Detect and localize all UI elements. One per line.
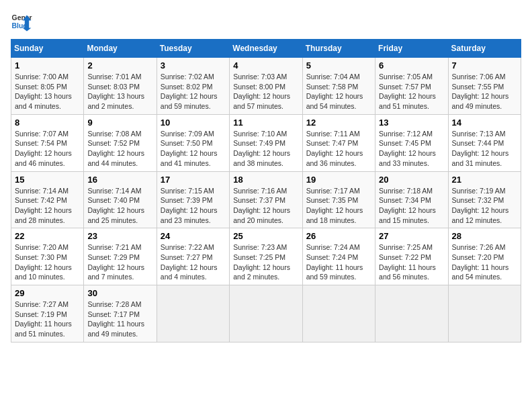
day-info: Sunrise: 7:03 AMSunset: 8:00 PMDaylight:… — [233, 72, 298, 111]
day-cell: 12Sunrise: 7:11 AMSunset: 7:47 PMDayligh… — [302, 114, 375, 171]
day-cell: 14Sunrise: 7:13 AMSunset: 7:44 PMDayligh… — [448, 114, 521, 171]
day-number: 28 — [452, 231, 517, 241]
day-cell: 4Sunrise: 7:03 AMSunset: 8:00 PMDaylight… — [230, 58, 302, 115]
day-cell: 15Sunrise: 7:14 AMSunset: 7:42 PMDayligh… — [11, 171, 84, 228]
day-info: Sunrise: 7:15 AMSunset: 7:39 PMDaylight:… — [161, 186, 226, 226]
weekday-header-saturday: Saturday — [448, 40, 521, 58]
day-cell: 22Sunrise: 7:20 AMSunset: 7:30 PMDayligh… — [11, 228, 84, 285]
day-number: 8 — [15, 118, 80, 128]
day-cell: 20Sunrise: 7:18 AMSunset: 7:34 PMDayligh… — [375, 171, 448, 228]
day-info: Sunrise: 7:20 AMSunset: 7:30 PMDaylight:… — [15, 242, 80, 282]
day-info: Sunrise: 7:02 AMSunset: 8:02 PMDaylight:… — [161, 72, 226, 111]
day-number: 7 — [452, 60, 517, 71]
day-cell — [157, 285, 229, 342]
day-info: Sunrise: 7:25 AMSunset: 7:22 PMDaylight:… — [379, 242, 444, 282]
day-cell: 18Sunrise: 7:16 AMSunset: 7:37 PMDayligh… — [230, 171, 302, 228]
weekday-header-thursday: Thursday — [302, 40, 375, 58]
day-info: Sunrise: 7:05 AMSunset: 7:57 PMDaylight:… — [379, 72, 444, 111]
week-row-1: 1Sunrise: 7:00 AMSunset: 8:05 PMDaylight… — [11, 58, 521, 115]
day-info: Sunrise: 7:11 AMSunset: 7:47 PMDaylight:… — [306, 129, 371, 169]
day-cell: 1Sunrise: 7:00 AMSunset: 8:05 PMDaylight… — [11, 58, 84, 115]
calendar-table: SundayMondayTuesdayWednesdayThursdayFrid… — [11, 39, 521, 342]
day-number: 22 — [15, 231, 80, 241]
day-info: Sunrise: 7:01 AMSunset: 8:03 PMDaylight:… — [87, 72, 152, 111]
day-info: Sunrise: 7:12 AMSunset: 7:45 PMDaylight:… — [379, 129, 444, 169]
day-cell: 19Sunrise: 7:17 AMSunset: 7:35 PMDayligh… — [302, 171, 375, 228]
day-cell: 23Sunrise: 7:21 AMSunset: 7:29 PMDayligh… — [84, 228, 157, 285]
week-row-3: 15Sunrise: 7:14 AMSunset: 7:42 PMDayligh… — [11, 171, 521, 228]
day-info: Sunrise: 7:17 AMSunset: 7:35 PMDaylight:… — [306, 186, 371, 226]
day-info: Sunrise: 7:06 AMSunset: 7:55 PMDaylight:… — [452, 72, 517, 111]
logo-icon: General Blue — [11, 11, 32, 32]
day-info: Sunrise: 7:14 AMSunset: 7:40 PMDaylight:… — [87, 186, 152, 226]
day-cell: 13Sunrise: 7:12 AMSunset: 7:45 PMDayligh… — [375, 114, 448, 171]
day-info: Sunrise: 7:14 AMSunset: 7:42 PMDaylight:… — [15, 186, 80, 226]
day-cell: 27Sunrise: 7:25 AMSunset: 7:22 PMDayligh… — [375, 228, 448, 285]
day-cell — [230, 285, 302, 342]
day-cell: 2Sunrise: 7:01 AMSunset: 8:03 PMDaylight… — [84, 58, 157, 115]
day-info: Sunrise: 7:23 AMSunset: 7:25 PMDaylight:… — [233, 242, 298, 282]
day-number: 9 — [87, 118, 152, 128]
day-number: 20 — [379, 175, 444, 185]
day-cell: 28Sunrise: 7:26 AMSunset: 7:20 PMDayligh… — [448, 228, 521, 285]
day-info: Sunrise: 7:16 AMSunset: 7:37 PMDaylight:… — [233, 186, 298, 226]
day-cell: 7Sunrise: 7:06 AMSunset: 7:55 PMDaylight… — [448, 58, 521, 115]
day-info: Sunrise: 7:18 AMSunset: 7:34 PMDaylight:… — [379, 186, 444, 226]
day-number: 27 — [379, 231, 444, 241]
day-number: 5 — [306, 60, 371, 71]
day-cell — [302, 285, 375, 342]
weekday-header-row: SundayMondayTuesdayWednesdayThursdayFrid… — [11, 40, 521, 58]
day-number: 19 — [306, 175, 371, 185]
day-number: 2 — [87, 60, 152, 71]
day-number: 11 — [233, 118, 298, 128]
day-info: Sunrise: 7:26 AMSunset: 7:20 PMDaylight:… — [452, 242, 517, 282]
day-number: 1 — [15, 60, 80, 71]
day-number: 29 — [15, 288, 80, 298]
day-info: Sunrise: 7:24 AMSunset: 7:24 PMDaylight:… — [306, 242, 371, 282]
weekday-header-sunday: Sunday — [11, 40, 84, 58]
day-cell: 26Sunrise: 7:24 AMSunset: 7:24 PMDayligh… — [302, 228, 375, 285]
day-cell: 11Sunrise: 7:10 AMSunset: 7:49 PMDayligh… — [230, 114, 302, 171]
day-info: Sunrise: 7:28 AMSunset: 7:17 PMDaylight:… — [87, 300, 152, 339]
day-cell: 16Sunrise: 7:14 AMSunset: 7:40 PMDayligh… — [84, 171, 157, 228]
day-cell: 3Sunrise: 7:02 AMSunset: 8:02 PMDaylight… — [157, 58, 229, 115]
day-number: 23 — [87, 231, 152, 241]
week-row-2: 8Sunrise: 7:07 AMSunset: 7:54 PMDaylight… — [11, 114, 521, 171]
day-info: Sunrise: 7:22 AMSunset: 7:27 PMDaylight:… — [161, 242, 226, 282]
day-number: 10 — [161, 118, 226, 128]
day-number: 13 — [379, 118, 444, 128]
day-cell: 10Sunrise: 7:09 AMSunset: 7:50 PMDayligh… — [157, 114, 229, 171]
week-row-4: 22Sunrise: 7:20 AMSunset: 7:30 PMDayligh… — [11, 228, 521, 285]
day-number: 14 — [452, 118, 517, 128]
day-number: 16 — [87, 175, 152, 185]
day-cell: 25Sunrise: 7:23 AMSunset: 7:25 PMDayligh… — [230, 228, 302, 285]
day-number: 12 — [306, 118, 371, 128]
day-number: 21 — [452, 175, 517, 185]
day-info: Sunrise: 7:21 AMSunset: 7:29 PMDaylight:… — [87, 242, 152, 282]
day-cell — [448, 285, 521, 342]
day-cell: 24Sunrise: 7:22 AMSunset: 7:27 PMDayligh… — [157, 228, 229, 285]
day-number: 26 — [306, 231, 371, 241]
day-cell: 29Sunrise: 7:27 AMSunset: 7:19 PMDayligh… — [11, 285, 84, 342]
day-info: Sunrise: 7:00 AMSunset: 8:05 PMDaylight:… — [15, 72, 80, 111]
day-info: Sunrise: 7:10 AMSunset: 7:49 PMDaylight:… — [233, 129, 298, 169]
day-number: 17 — [161, 175, 226, 185]
day-number: 24 — [161, 231, 226, 241]
day-info: Sunrise: 7:13 AMSunset: 7:44 PMDaylight:… — [452, 129, 517, 169]
logo: General Blue — [11, 11, 32, 32]
day-info: Sunrise: 7:08 AMSunset: 7:52 PMDaylight:… — [87, 129, 152, 169]
day-cell: 17Sunrise: 7:15 AMSunset: 7:39 PMDayligh… — [157, 171, 229, 228]
page-header: General Blue — [11, 11, 521, 32]
day-cell: 30Sunrise: 7:28 AMSunset: 7:17 PMDayligh… — [84, 285, 157, 342]
day-cell: 6Sunrise: 7:05 AMSunset: 7:57 PMDaylight… — [375, 58, 448, 115]
day-info: Sunrise: 7:09 AMSunset: 7:50 PMDaylight:… — [161, 129, 226, 169]
day-number: 3 — [161, 60, 226, 71]
day-info: Sunrise: 7:19 AMSunset: 7:32 PMDaylight:… — [452, 186, 517, 226]
day-number: 6 — [379, 60, 444, 71]
day-number: 15 — [15, 175, 80, 185]
day-cell — [375, 285, 448, 342]
day-cell: 5Sunrise: 7:04 AMSunset: 7:58 PMDaylight… — [302, 58, 375, 115]
weekday-header-wednesday: Wednesday — [230, 40, 302, 58]
day-number: 18 — [233, 175, 298, 185]
day-cell: 21Sunrise: 7:19 AMSunset: 7:32 PMDayligh… — [448, 171, 521, 228]
